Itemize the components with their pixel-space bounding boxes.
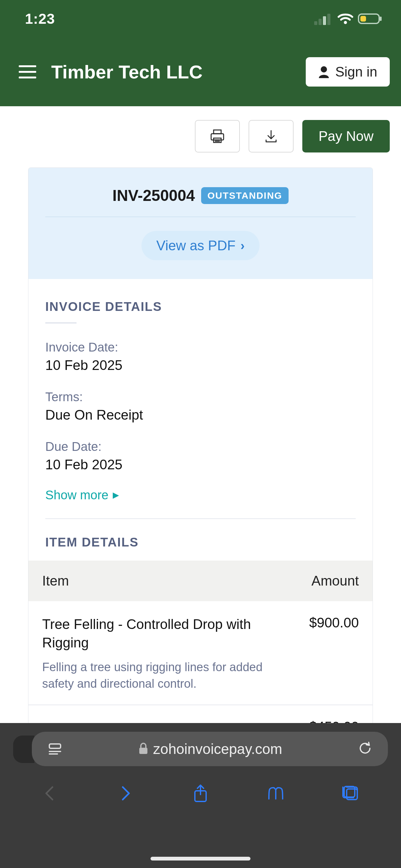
due-date-field: Due Date: 10 Feb 2025 — [45, 440, 356, 472]
lock-icon — [138, 742, 149, 756]
svg-rect-6 — [360, 16, 366, 22]
browser-chrome: zohoinvoicepay.com — [0, 723, 401, 868]
terms-field: Terms: Due On Receipt — [45, 390, 356, 423]
invoice-details-section: INVOICE DETAILS Invoice Date: 10 Feb 202… — [28, 279, 373, 519]
share-button[interactable] — [187, 779, 214, 807]
field-value: 10 Feb 2025 — [45, 358, 356, 373]
item-name: Tree Felling - Controlled Drop with Rigg… — [42, 615, 278, 652]
invoice-date-field: Invoice Date: 10 Feb 2025 — [45, 340, 356, 373]
item-description: Felling a tree using rigging lines for a… — [42, 659, 267, 692]
status-bar: 1:23 — [0, 0, 401, 37]
triangle-right-icon: ▶ — [113, 490, 119, 500]
status-icons — [314, 12, 382, 25]
browser-toolbar — [0, 779, 401, 807]
url-text: zohoinvoicepay.com — [153, 741, 282, 757]
field-label: Terms: — [45, 390, 356, 404]
field-label: Invoice Date: — [45, 340, 356, 354]
svg-rect-15 — [49, 744, 61, 748]
svg-rect-23 — [344, 786, 355, 797]
show-more-button[interactable]: Show more ▶ — [45, 488, 356, 502]
sign-in-label: Sign in — [335, 64, 377, 80]
table-row: Tree Felling - Controlled Drop with Rigg… — [28, 601, 373, 705]
column-item: Item — [42, 573, 278, 589]
reload-icon[interactable] — [357, 741, 373, 757]
svg-point-4 — [344, 21, 347, 24]
reader-mode-icon[interactable] — [47, 741, 63, 757]
pay-now-label: Pay Now — [319, 128, 373, 144]
item-details-title: ITEM DETAILS — [45, 535, 373, 549]
item-amount: $900.00 — [278, 615, 359, 652]
forward-button[interactable] — [111, 779, 139, 807]
status-time: 1:23 — [25, 10, 55, 27]
invoice-summary: INV-250004 OUTSTANDING View as PDF › — [28, 168, 373, 279]
svg-rect-18 — [139, 748, 147, 754]
invoice-number: INV-250004 — [112, 187, 195, 205]
download-button[interactable] — [248, 120, 294, 153]
person-icon — [318, 66, 330, 78]
item-table-header: Item Amount — [28, 561, 373, 601]
chevron-right-icon: › — [240, 239, 244, 253]
field-value: 10 Feb 2025 — [45, 457, 356, 472]
action-bar: Pay Now — [0, 106, 401, 161]
back-button — [36, 779, 64, 807]
view-as-pdf-button[interactable]: View as PDF › — [141, 231, 260, 260]
item-details-section: ITEM DETAILS Item Amount Tree Felling - … — [28, 519, 373, 738]
svg-rect-0 — [314, 21, 317, 25]
svg-rect-10 — [211, 134, 224, 140]
pay-now-button[interactable]: Pay Now — [302, 120, 390, 153]
svg-point-8 — [321, 66, 327, 72]
tab-switcher-hint[interactable] — [13, 736, 34, 763]
svg-rect-1 — [319, 19, 322, 25]
svg-rect-9 — [213, 130, 221, 134]
view-pdf-label: View as PDF — [157, 238, 236, 253]
address-bar[interactable]: zohoinvoicepay.com — [32, 732, 388, 766]
cellular-signal-icon — [314, 12, 333, 25]
column-amount: Amount — [278, 573, 359, 589]
home-indicator[interactable] — [151, 857, 250, 861]
print-button[interactable] — [195, 120, 240, 153]
status-badge: OUTSTANDING — [201, 187, 289, 204]
sign-in-button[interactable]: Sign in — [306, 57, 390, 87]
bookmarks-button[interactable] — [262, 779, 290, 807]
svg-rect-2 — [323, 16, 326, 25]
field-label: Due Date: — [45, 440, 356, 454]
invoice-details-title: INVOICE DETAILS — [45, 300, 356, 314]
svg-rect-7 — [380, 17, 381, 21]
tabs-button[interactable] — [337, 779, 365, 807]
invoice-card: INV-250004 OUTSTANDING View as PDF › INV… — [28, 167, 373, 738]
app-header: Timber Tech LLC Sign in — [0, 37, 401, 106]
menu-icon[interactable] — [19, 65, 37, 79]
field-value: Due On Receipt — [45, 407, 356, 423]
svg-rect-3 — [327, 14, 330, 25]
company-name: Timber Tech LLC — [51, 61, 306, 83]
wifi-icon — [337, 12, 354, 25]
battery-icon — [358, 13, 382, 25]
show-more-label: Show more — [45, 488, 108, 502]
